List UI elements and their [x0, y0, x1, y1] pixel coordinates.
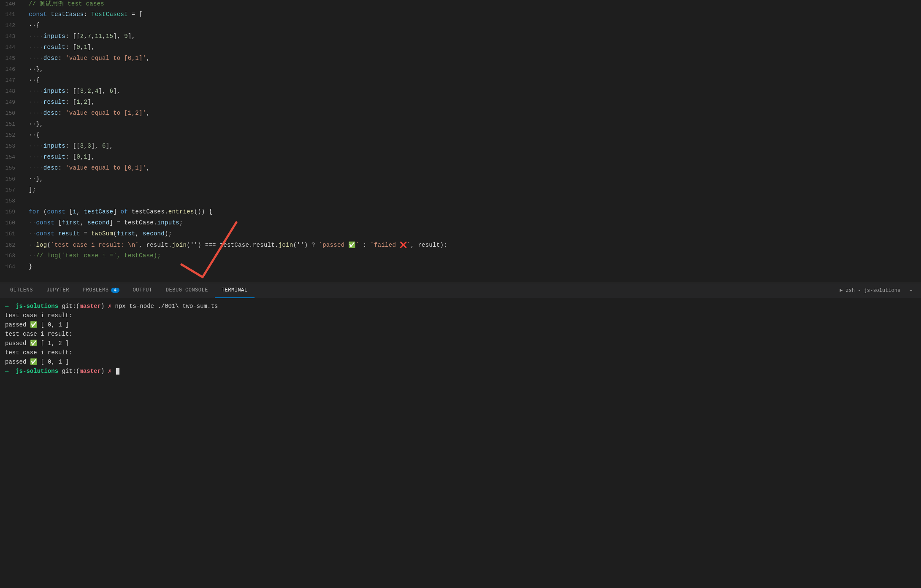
terminal-tab-gitlens[interactable]: GITLENS [3, 283, 40, 298]
line-content: ··{ [25, 22, 921, 29]
code-line: 159for (const [i, testCase] of testCases… [0, 208, 921, 219]
line-number: 154 [0, 154, 25, 160]
prompt-dir: js-solutions [16, 368, 58, 375]
line-number: 140 [0, 1, 25, 7]
code-line: 151··}, [0, 121, 921, 132]
line-number: 150 [0, 110, 25, 116]
line-number: 141 [0, 11, 25, 18]
line-number: 147 [0, 77, 25, 84]
line-number: 163 [0, 253, 25, 259]
line-content: ··}, [25, 66, 921, 73]
line-content: ··const [first, second] = testCase.input… [25, 219, 921, 226]
line-content: } [25, 263, 921, 270]
line-number: 146 [0, 66, 25, 73]
line-content: ··// log(`test case i =`, testCase); [25, 252, 921, 259]
line-number: 148 [0, 88, 25, 94]
terminal-line: → js-solutions git:(master) ✗ npx ts-nod… [5, 302, 916, 311]
line-number: 149 [0, 99, 25, 105]
line-number: 155 [0, 165, 25, 171]
terminal-tab-output[interactable]: OUTPUT [126, 283, 159, 298]
line-number: 162 [0, 242, 25, 248]
code-line: 155····desc: 'value equal to [0,1]', [0, 165, 921, 175]
line-content: const testCases: TestCasesI = [ [25, 11, 921, 18]
line-number: 145 [0, 55, 25, 62]
terminal-tabs-bar: GITLENSJUPYTERPROBLEMS4OUTPUTDEBUG CONSO… [0, 283, 921, 298]
code-line: 160··const [first, second] = testCase.in… [0, 219, 921, 230]
line-number: 156 [0, 176, 25, 182]
code-line: 141const testCases: TestCasesI = [ [0, 11, 921, 22]
terminal-line: test case i result: [5, 311, 916, 320]
terminal-output: → js-solutions git:(master) ✗ npx ts-nod… [5, 302, 916, 376]
line-number: 164 [0, 264, 25, 270]
terminal-line: passed ✅ [ 0, 1 ] [5, 357, 916, 367]
git-branch: master [79, 368, 100, 375]
terminal-line: passed ✅ [ 0, 1 ] [5, 320, 916, 329]
prompt-arrow: → [5, 303, 16, 310]
code-line: 161··const result = twoSum(first, second… [0, 230, 921, 241]
line-content: ··}, [25, 175, 921, 182]
prompt-arrow: → [5, 368, 16, 375]
terminal-cursor [116, 368, 119, 375]
code-line: 163··// log(`test case i =`, testCase); [0, 252, 921, 263]
terminal-line: test case i result: [5, 329, 916, 339]
terminal-command: npx ts-node ./001\ two-sum.ts [115, 303, 218, 310]
code-line: 143····inputs: [[2,7,11,15], 9], [0, 33, 921, 44]
code-line: 164} [0, 263, 921, 274]
line-number: 151 [0, 121, 25, 127]
terminal-content-area: → js-solutions git:(master) ✗ npx ts-nod… [0, 298, 921, 379]
terminal-panel: GITLENSJUPYTERPROBLEMS4OUTPUTDEBUG CONSO… [0, 283, 921, 588]
line-content [25, 197, 921, 204]
line-content: for (const [i, testCase] of testCases.en… [25, 208, 921, 215]
code-line: 145····desc: 'value equal to [0,1]', [0, 55, 921, 66]
terminal-tab-terminal[interactable]: TERMINAL [215, 283, 255, 298]
line-number: 157 [0, 187, 25, 193]
line-number: 160 [0, 220, 25, 226]
tab-label: OUTPUT [133, 287, 152, 293]
line-number: 161 [0, 231, 25, 237]
terminal-shell-label: ► zsh - js-solutions – [840, 288, 918, 294]
code-lines: 140// 测试用例 test cases141const testCases:… [0, 0, 921, 274]
line-number: 142 [0, 22, 25, 29]
code-line: 158 [0, 197, 921, 208]
line-number: 153 [0, 143, 25, 149]
line-content: ]; [25, 186, 921, 193]
line-content: // 测试用例 test cases [25, 0, 921, 8]
code-line: 149····result: [1,2], [0, 99, 921, 110]
line-content: ····result: [0,1], [25, 44, 921, 51]
code-line: 157]; [0, 186, 921, 197]
code-line: 148····inputs: [[3,2,4], 6], [0, 88, 921, 99]
terminal-tab-jupyter[interactable]: JUPYTER [40, 283, 76, 298]
terminal-tab-problems[interactable]: PROBLEMS4 [76, 283, 126, 298]
code-line: 144····result: [0,1], [0, 44, 921, 55]
line-content: ····desc: 'value equal to [0,1]', [25, 165, 921, 171]
line-content: ····inputs: [[3,3], 6], [25, 143, 921, 149]
line-content: ····inputs: [[2,7,11,15], 9], [25, 33, 921, 40]
terminal-line: test case i result: [5, 348, 916, 357]
line-content: ··log(`test case i result: \n`, result.j… [25, 241, 921, 248]
terminal-tab-debug-console[interactable]: DEBUG CONSOLE [159, 283, 215, 298]
code-line: 147··{ [0, 77, 921, 88]
line-number: 159 [0, 209, 25, 215]
code-line: 154····result: [0,1], [0, 154, 921, 165]
line-number: 158 [0, 198, 25, 204]
tab-label: DEBUG CONSOLE [166, 287, 208, 293]
line-content: ····inputs: [[3,2,4], 6], [25, 88, 921, 94]
tab-label: JUPYTER [46, 287, 69, 293]
line-content: ··{ [25, 132, 921, 138]
tab-badge: 4 [111, 288, 119, 293]
line-content: ····result: [0,1], [25, 154, 921, 160]
code-line: 156··}, [0, 175, 921, 186]
line-number: 152 [0, 132, 25, 138]
line-content: ····desc: 'value equal to [1,2]', [25, 110, 921, 116]
code-line: 142··{ [0, 22, 921, 33]
line-content: ····result: [1,2], [25, 99, 921, 105]
line-number: 144 [0, 44, 25, 51]
tab-label: GITLENS [10, 287, 33, 293]
prompt-dir: js-solutions [16, 303, 58, 310]
line-content: ····desc: 'value equal to [0,1]', [25, 55, 921, 62]
tab-label: TERMINAL [222, 287, 248, 293]
terminal-line: passed ✅ [ 1, 2 ] [5, 339, 916, 348]
code-line: 140// 测试用例 test cases [0, 0, 921, 11]
code-line: 153····inputs: [[3,3], 6], [0, 143, 921, 154]
tab-label: PROBLEMS [83, 287, 109, 293]
